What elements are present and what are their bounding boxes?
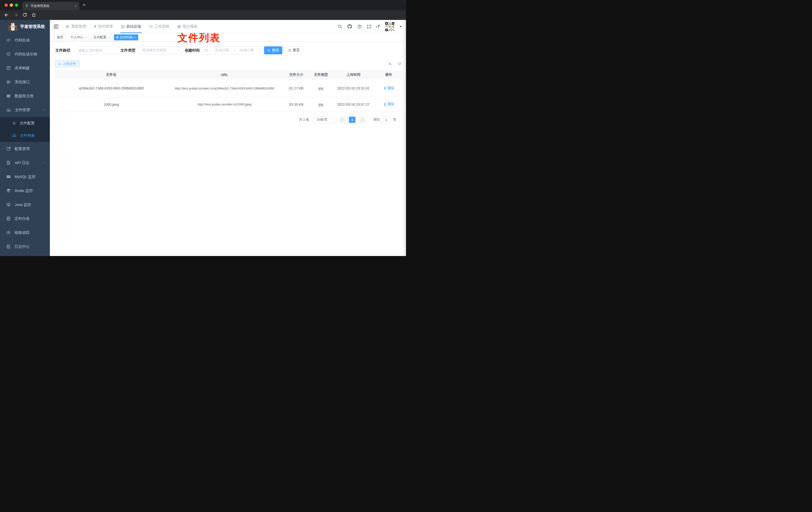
nav-infrastructure[interactable]: 基础设施 xyxy=(120,20,142,33)
sliders-icon xyxy=(6,80,11,84)
tag-file-list[interactable]: 文件列表× xyxy=(114,34,138,40)
close-window-button[interactable] xyxy=(4,3,8,7)
date-start-placeholder[interactable]: 开始日期 xyxy=(210,48,234,53)
toggle-search-button[interactable] xyxy=(387,61,394,67)
sidebar-item-mysql-monitor[interactable]: MySQL 监控 xyxy=(0,170,50,184)
app-logo[interactable]: 芋道管理系统 xyxy=(0,20,50,33)
home-icon[interactable] xyxy=(31,12,36,17)
sidebar-item-code-example[interactable]: 代码生成示例 xyxy=(0,47,50,61)
sidebar-collapse-icon[interactable] xyxy=(53,24,59,29)
table-row: a294ecb2-73dd-4353-bf40-296b8931d0bf htt… xyxy=(55,79,402,97)
date-end-placeholder[interactable]: 结束日期 xyxy=(235,48,259,53)
cell-file-type: jpg xyxy=(311,86,331,90)
reset-button[interactable]: 重置 xyxy=(285,47,303,54)
sidebar-item-file-list[interactable]: 文件列表 xyxy=(0,129,50,142)
file-path-input[interactable] xyxy=(75,47,117,54)
prev-page-button[interactable] xyxy=(339,117,345,123)
next-page-button[interactable] xyxy=(359,117,365,123)
browser-toolbar: 127.0.0.1:1024/infra/file/file 11 ⌘ xyxy=(0,10,406,20)
cell-url: http://test.yudao.iocoder.cn/a294ecb2-73… xyxy=(168,86,281,91)
forward-icon[interactable] xyxy=(13,12,19,18)
page-size-select[interactable]: 10条/页 xyxy=(313,116,336,123)
eye-icon xyxy=(6,230,11,235)
col-upload-time: 上传时间 xyxy=(331,72,376,77)
new-tab-button[interactable]: + xyxy=(83,2,86,7)
gear-icon xyxy=(66,25,69,28)
edit-square-icon xyxy=(6,147,11,151)
back-icon[interactable] xyxy=(4,12,9,18)
search-button[interactable]: 搜索 xyxy=(264,47,282,54)
sidebar-item-code-generation[interactable]: 代码生成 xyxy=(0,33,50,47)
tags-view: 首页 个人中心× 文件配置× 文件列表× xyxy=(50,33,406,42)
page-scrollbar[interactable] xyxy=(403,20,406,256)
table-header-row: 文件名 URL 文件大小 文件类型 上传时间 操作 xyxy=(55,70,402,79)
date-range-picker[interactable]: 开始日期 - 结束日期 xyxy=(202,47,262,54)
refresh-table-button[interactable] xyxy=(396,61,403,67)
tab-close-icon[interactable]: × xyxy=(75,4,77,8)
trash-icon xyxy=(383,103,386,106)
sidebar-item-trace[interactable]: 链路追踪 xyxy=(0,225,50,240)
file-path-field[interactable] xyxy=(75,47,118,54)
sidebar-item-form-builder[interactable]: 表单构建 xyxy=(0,61,50,75)
reload-icon[interactable] xyxy=(23,12,27,17)
app-header: 系统管理 ¥ 支付管理 基础设施 工作流程 统计报表 xyxy=(50,20,406,33)
close-icon[interactable]: × xyxy=(134,36,136,39)
sidebar-item-system-api[interactable]: 系统接口 xyxy=(0,75,50,89)
shield-check-icon xyxy=(6,52,11,56)
nav-system-management[interactable]: 系统管理 xyxy=(65,20,87,33)
cell-file-name: 1000.jpeg xyxy=(55,102,168,107)
github-icon[interactable] xyxy=(347,24,352,29)
goto-page-input[interactable] xyxy=(382,116,390,123)
cloud-upload-icon xyxy=(12,133,17,138)
table-filled-icon xyxy=(6,94,11,98)
app-title: 芋道管理系统 xyxy=(20,24,45,29)
notebook-clock-icon xyxy=(6,216,11,221)
sidebar-item-java-monitor[interactable]: Java 监控 xyxy=(0,198,50,212)
document-edit-icon xyxy=(6,160,11,165)
minimize-window-button[interactable] xyxy=(10,3,13,7)
refresh-icon xyxy=(288,49,291,52)
sidebar-item-db-doc[interactable]: 数据库文档 xyxy=(0,89,50,103)
file-type-select[interactable]: 请选择文件类型 xyxy=(139,47,182,54)
annotation-file-list: 文件列表 xyxy=(178,31,221,44)
monitor-bars-icon xyxy=(6,203,11,207)
browser-tab[interactable]: 芋道管理系统 × xyxy=(23,2,79,10)
avatar-dropdown-caret-icon[interactable] xyxy=(400,26,402,27)
close-icon[interactable]: × xyxy=(85,36,86,39)
delete-button[interactable]: 删除 xyxy=(383,86,394,90)
goto-label: 前往 xyxy=(373,117,380,122)
sidebar-item-config-management[interactable]: 配置管理 xyxy=(0,142,50,156)
page-unit-label: 页 xyxy=(393,117,396,122)
close-icon[interactable]: × xyxy=(108,36,109,39)
chart-box-icon xyxy=(6,175,11,179)
briefcase-icon xyxy=(149,25,153,28)
yen-icon: ¥ xyxy=(94,24,96,29)
search-icon[interactable] xyxy=(338,24,342,29)
cell-upload-time: 2022-03-16 23:07:27 xyxy=(331,102,376,107)
sidebar-item-api-log[interactable]: API 日志 xyxy=(0,156,50,170)
sidebar-item-file-management[interactable]: 文件管理 xyxy=(0,103,50,117)
upload-file-button[interactable]: + 上传文件 xyxy=(55,60,80,67)
cell-file-size: 81.17 KB xyxy=(281,86,311,90)
monitor-check-icon xyxy=(121,25,125,29)
help-icon[interactable] xyxy=(357,24,362,29)
nav-payment-management[interactable]: ¥ 支付管理 xyxy=(93,20,113,33)
cell-file-size: 33.33 KB xyxy=(281,102,311,107)
current-page-button[interactable]: 1 xyxy=(349,117,355,123)
sidebar-item-redis-monitor[interactable]: Redis 监控 xyxy=(0,184,50,198)
col-actions: 操作 xyxy=(376,72,402,77)
tag-home[interactable]: 首页 xyxy=(54,34,66,40)
font-size-icon[interactable]: TT xyxy=(376,24,380,29)
fullscreen-icon[interactable] xyxy=(367,24,371,29)
maximize-window-button[interactable] xyxy=(15,3,18,7)
nav-workflow[interactable]: 工作流程 xyxy=(149,20,170,33)
sidebar-item-scheduled-tasks[interactable]: 定时任务 xyxy=(0,212,50,225)
tag-profile[interactable]: 个人中心× xyxy=(68,34,89,40)
tag-file-config[interactable]: 文件配置× xyxy=(91,34,112,40)
chevron-down-icon xyxy=(42,161,46,164)
sidebar-item-log-center[interactable]: 日志中心 xyxy=(0,240,50,253)
sidebar-item-file-config[interactable]: 文件配置 xyxy=(0,117,50,129)
header-actions: TT xyxy=(338,20,402,33)
user-avatar-qr[interactable] xyxy=(385,22,395,32)
delete-button[interactable]: 删除 xyxy=(383,102,394,107)
